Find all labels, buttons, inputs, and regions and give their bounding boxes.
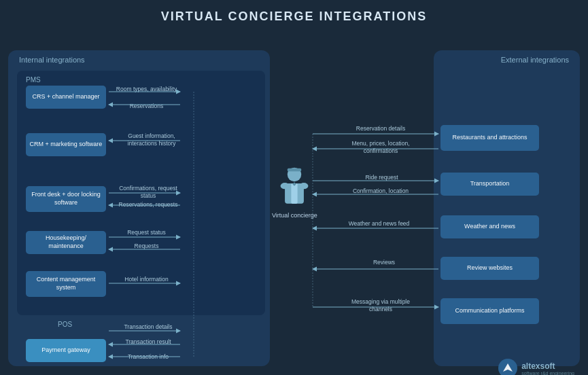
svg-point-6 xyxy=(300,183,309,189)
label-txn-result: Transaction result xyxy=(114,338,182,346)
svg-point-5 xyxy=(281,183,290,189)
external-label: External integrations xyxy=(501,56,569,64)
concierge-label: Virtual concierge xyxy=(272,212,317,219)
label-req-status: Request status xyxy=(114,229,179,236)
module-reviews[interactable]: Review websites xyxy=(440,257,539,280)
module-cms[interactable]: Content management system xyxy=(26,271,106,297)
module-crm[interactable]: CRM + marketing software xyxy=(26,133,106,156)
module-restaurants[interactable]: Restaurants and attractions xyxy=(440,125,539,151)
svg-rect-1 xyxy=(288,168,301,172)
label-confirmations: Confirmations, request status xyxy=(114,185,182,200)
label-reviews: Reviews xyxy=(357,259,411,266)
concierge-figure xyxy=(277,166,311,210)
label-conf-location: Confirmation, location xyxy=(347,188,415,195)
module-transportation[interactable]: Transportation xyxy=(440,173,539,196)
module-housekeeping[interactable]: Housekeeping/ maintenance xyxy=(26,231,106,254)
logo-icon xyxy=(498,359,517,375)
label-reservations: Reservations xyxy=(114,103,179,110)
label-room-types: Room types, availability xyxy=(114,86,179,93)
label-hotel-info: Hotel information xyxy=(114,276,179,283)
label-messaging: Messaging via multiple channels xyxy=(347,298,415,313)
pms-label: PMS xyxy=(26,76,41,84)
logo-text: altexsoft software r&d engineering xyxy=(521,361,574,376)
svg-rect-3 xyxy=(292,183,298,204)
virtual-concierge: Virtual concierge xyxy=(272,166,317,219)
label-res-requests: Reservations, requests xyxy=(114,201,182,209)
internal-label: Internal integrations xyxy=(19,56,85,64)
label-menu-prices: Menu, prices, location, confirmations xyxy=(347,140,415,155)
label-guest-info: Guest information, interactions history xyxy=(114,132,189,147)
label-txn-info: Transaction info xyxy=(114,353,182,361)
label-weather-feed: Weather and news feed xyxy=(347,220,411,228)
label-res-details: Reservation details xyxy=(347,125,415,132)
module-weather[interactable]: Weather and news xyxy=(440,215,539,238)
module-crs[interactable]: CRS + channel manager xyxy=(26,86,106,109)
label-ride-request: Ride request xyxy=(349,174,414,181)
module-payment[interactable]: Payment gateway xyxy=(26,339,106,362)
label-txn-details: Transaction details xyxy=(114,323,182,331)
module-communication[interactable]: Communication platforms xyxy=(440,298,539,324)
module-frontdesk[interactable]: Front desk + door locking software xyxy=(26,186,106,212)
label-requests: Requests xyxy=(114,243,179,250)
pos-label: POS xyxy=(58,321,72,328)
main-title: VIRTUAL CONCIERGE INTEGRATIONS xyxy=(0,0,588,26)
logo-area: altexsoft software r&d engineering xyxy=(498,359,574,375)
